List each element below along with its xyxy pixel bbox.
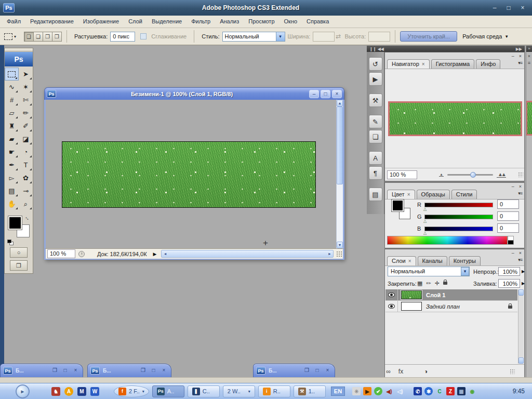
quicklaunch-app2-icon[interactable]: M: [77, 387, 86, 396]
eye-icon[interactable]: [388, 304, 395, 309]
tray-shield-icon[interactable]: ✔: [374, 387, 382, 395]
brushes-panel-button[interactable]: ✎: [369, 115, 382, 128]
zoom-level-field[interactable]: 100 %: [47, 249, 75, 258]
tab-close-icon[interactable]: ×: [422, 61, 425, 67]
canvas-image-grass[interactable]: [62, 141, 316, 208]
quicklaunch-player-icon[interactable]: A: [64, 387, 73, 396]
height-input[interactable]: [368, 32, 390, 42]
active-tool-preset[interactable]: ▾: [4, 33, 16, 40]
lock-paint-icon[interactable]: ✏: [426, 280, 431, 287]
scroll-up-icon[interactable]: ▲: [337, 100, 343, 107]
foreground-color-swatch[interactable]: [392, 200, 404, 211]
panel-menu-icon[interactable]: ≡: [526, 60, 532, 65]
actions-panel-button[interactable]: ▶: [369, 72, 382, 86]
tray-volume-icon[interactable]: ◀): [385, 387, 393, 395]
menu-item[interactable]: Выделение: [147, 16, 187, 28]
layer-name[interactable]: Задний план: [426, 303, 460, 310]
layer-thumbnail[interactable]: [401, 302, 422, 311]
blend-mode-select[interactable]: Нормальный: [388, 267, 470, 276]
tray-lightning-icon[interactable]: Z: [446, 387, 455, 395]
scroll-right-icon[interactable]: ►: [326, 250, 333, 257]
rect-marquee-tool[interactable]: [5, 68, 19, 81]
adjustment-layer-button[interactable]: ◑: [422, 368, 429, 375]
dock-collapse-left-icon[interactable]: ❙❙ ◀◀: [369, 47, 384, 51]
menu-item[interactable]: Редактирование: [25, 16, 78, 28]
style-select[interactable]: Нормальный ▾: [222, 32, 285, 42]
layer-row-background[interactable]: Задний план: [385, 301, 517, 312]
chevron-down-icon[interactable]: ▾: [276, 32, 285, 42]
close-button[interactable]: ×: [323, 367, 332, 375]
red-channel-slider[interactable]: △: [424, 203, 493, 207]
selection-add-button[interactable]: ❏: [33, 32, 43, 42]
tool-presets-panel-button[interactable]: ⚒: [369, 94, 382, 107]
type-tool[interactable]: T: [19, 158, 33, 171]
feather-input[interactable]: 0 пикс: [110, 32, 135, 42]
tray-player-icon[interactable]: ▶: [363, 387, 371, 395]
tab-close-icon[interactable]: ×: [407, 192, 410, 197]
layers-scrollbar[interactable]: [518, 289, 524, 364]
scroll-down-icon[interactable]: ▼: [337, 242, 343, 248]
history-panel-button[interactable]: ↺: [369, 57, 382, 71]
maximize-button[interactable]: □: [502, 3, 515, 13]
maximize-button[interactable]: □: [61, 367, 70, 375]
navigator-proxy-preview[interactable]: [388, 101, 522, 136]
restore-button[interactable]: ❐: [50, 367, 59, 375]
tab-histogram[interactable]: Гистограмма: [431, 59, 475, 69]
scroll-up-icon[interactable]: [518, 289, 524, 296]
lock-all-icon[interactable]: [443, 282, 447, 285]
clone-stamp-tool[interactable]: ♜: [5, 119, 19, 132]
slider-thumb[interactable]: △: [423, 231, 427, 235]
color-spectrum-ramp[interactable]: [387, 236, 508, 245]
brush-tool[interactable]: ✏: [19, 107, 33, 119]
tab-layers[interactable]: Слои ×: [387, 256, 416, 265]
zoom-out-icon[interactable]: ▲: [439, 172, 444, 177]
width-input[interactable]: [313, 32, 335, 42]
menu-item[interactable]: Файл: [2, 16, 25, 28]
menu-item[interactable]: Фильтр: [187, 16, 215, 28]
document-titlebar[interactable]: Ps Безимени-1 @ 100% (Слой 1, RGB/8) – □…: [44, 87, 344, 100]
scroll-down-icon[interactable]: [518, 357, 524, 364]
document-close-button[interactable]: ×: [332, 90, 342, 98]
lock-transparency-icon[interactable]: ▦: [417, 280, 422, 287]
blue-channel-slider[interactable]: △: [424, 227, 493, 231]
vertical-scrollbar[interactable]: ▲ ▼: [336, 100, 343, 248]
layer-name[interactable]: Слой 1: [426, 292, 445, 298]
notes-tool[interactable]: ▤: [5, 184, 19, 197]
red-value-field[interactable]: 0: [497, 200, 519, 209]
visibility-cell[interactable]: [385, 301, 398, 312]
dock-collapse-right-icon[interactable]: »: [526, 46, 532, 52]
tray-volume2-icon[interactable]: ◁): [396, 387, 404, 395]
chevron-down-icon[interactable]: ▾: [461, 267, 469, 276]
task-app-c[interactable]: ❚ C..: [188, 385, 220, 397]
blue-value-field[interactable]: 0: [497, 223, 519, 233]
quick-mask-button[interactable]: ○: [10, 247, 28, 258]
swap-dimensions-icon[interactable]: ⇄: [336, 33, 341, 40]
task-firefox-group[interactable]: f 2 F.. ▾: [114, 385, 149, 397]
slider-thumb[interactable]: △: [423, 207, 427, 211]
refine-edge-button[interactable]: Уточнить край...: [400, 31, 457, 42]
layer-thumbnail[interactable]: [401, 290, 422, 299]
eye-icon[interactable]: [388, 292, 395, 297]
lasso-tool[interactable]: ∿: [5, 81, 19, 94]
visibility-cell[interactable]: [385, 289, 398, 300]
menu-item[interactable]: Анализ: [215, 16, 244, 28]
minimize-button[interactable]: –: [488, 3, 501, 13]
menu-item[interactable]: Справка: [302, 16, 334, 28]
tab-navigator[interactable]: Навигатор ×: [387, 59, 430, 69]
selection-intersect-button[interactable]: ❒: [52, 32, 62, 42]
document-canvas-area[interactable]: + ▲ ▼: [44, 100, 344, 248]
tray-media-icon[interactable]: ▦: [457, 387, 466, 395]
tray-disc-icon[interactable]: ✱: [424, 387, 433, 395]
green-channel-slider[interactable]: △: [424, 215, 493, 219]
minimized-document-3[interactable]: Ps Б... ❐□×: [253, 364, 335, 377]
document-maximize-button[interactable]: □: [321, 90, 330, 98]
tray-update-icon[interactable]: ✳: [352, 387, 361, 395]
green-value-field[interactable]: 0: [497, 211, 519, 221]
tab-color[interactable]: Цвет ×: [387, 190, 415, 199]
close-button[interactable]: ×: [516, 3, 529, 13]
panel-menu-icon[interactable]: ▾≡: [518, 60, 522, 65]
paragraph-panel-button[interactable]: ¶: [369, 166, 382, 180]
layer-style-button[interactable]: fx: [397, 368, 404, 375]
zoom-tool[interactable]: ⌕: [19, 197, 33, 210]
panel-menu-icon[interactable]: ▾≡: [518, 257, 522, 262]
